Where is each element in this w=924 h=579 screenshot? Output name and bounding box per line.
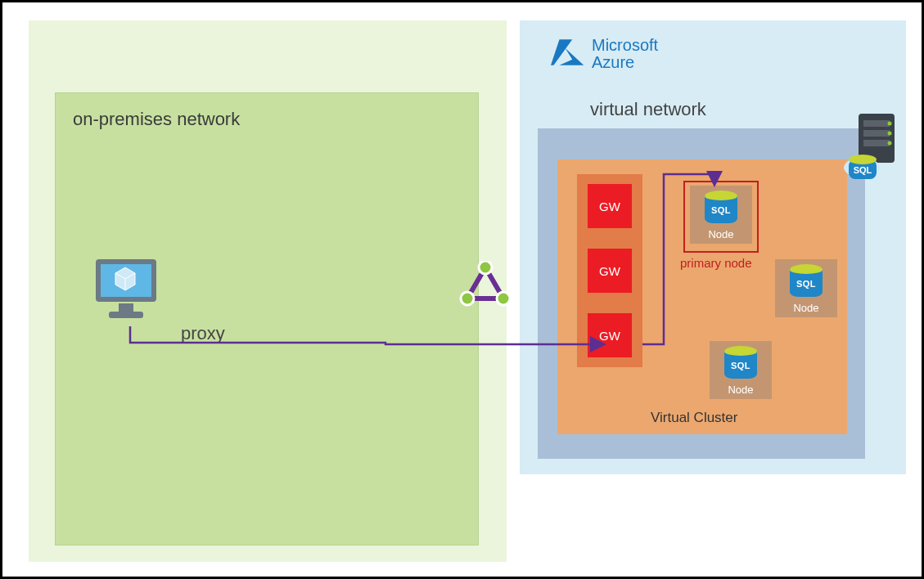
gateway-3: GW [588,313,632,357]
svg-rect-11 [863,140,890,146]
svg-rect-5 [109,312,143,318]
sql-db-icon: SQL [790,264,823,300]
sql-badge-text: SQL [854,165,872,175]
sql-server-icon: SQL [844,114,901,195]
vnet-title: virtual network [590,99,706,120]
gateway-2: GW [588,249,632,293]
azure-icon [551,38,585,70]
azure-logo-text: Microsoft Azure [592,37,658,71]
node-label: Node [728,384,753,396]
node-label: Node [793,302,818,314]
svg-point-17 [849,155,877,164]
client-computer-icon [91,256,166,328]
secondary-node-bottom: SQL Node [710,341,772,399]
svg-point-12 [888,122,892,126]
sql-db-text: SQL [724,361,757,370]
sql-db-icon: SQL [705,191,737,227]
secondary-node-right: SQL Node [775,259,837,317]
network-triangle-icon [459,261,512,312]
proxy-label: proxy [181,323,225,344]
svg-point-21 [497,292,510,305]
primary-node-label: Node [708,228,733,240]
onprem-title: on-premises network [73,109,240,130]
svg-rect-10 [863,130,890,137]
svg-point-19 [479,261,492,274]
azure-line1: Microsoft [592,37,658,54]
primary-caption: primary node [680,256,752,270]
svg-point-20 [461,292,474,305]
sql-db-icon: SQL [724,346,757,382]
azure-logo: Microsoft Azure [551,37,658,71]
svg-rect-4 [119,303,133,312]
svg-rect-9 [863,120,890,127]
sql-db-text: SQL [790,279,823,289]
gateway-1: GW [588,184,632,228]
azure-line2: Azure [592,54,658,71]
svg-point-13 [888,132,892,136]
svg-point-14 [888,141,892,146]
sql-db-text: SQL [705,205,737,215]
cluster-label: Virtual Cluster [651,410,737,426]
gateway-column: GW GW GW [577,174,642,367]
diagram-canvas: on-premises network Microsoft Azure virt… [0,0,924,579]
primary-node: SQL Node [690,186,752,244]
